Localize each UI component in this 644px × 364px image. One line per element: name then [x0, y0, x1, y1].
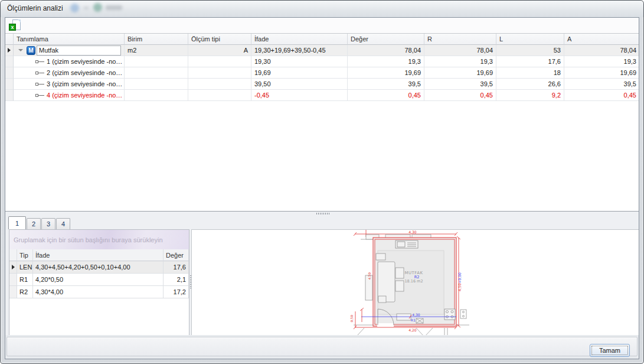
horizontal-splitter[interactable]	[5, 211, 639, 216]
col-header-a[interactable]: A	[564, 34, 639, 45]
cell-a[interactable]: 78,04	[564, 45, 639, 56]
table-row[interactable]: 1 (çizim seviyesinde -no… 19,30 19,3 19,…	[5, 56, 639, 67]
dim-top-label: 4,30	[408, 230, 417, 234]
cell-tanimlama[interactable]: 1 (çizim seviyesinde -no…	[14, 56, 125, 67]
cell-l[interactable]: 9,2	[496, 90, 564, 101]
cell-a[interactable]: 0,45	[564, 90, 639, 101]
background-artifact	[106, 5, 122, 10]
col-header-deger[interactable]: Değer	[348, 34, 424, 45]
col-header-deger[interactable]: Değer	[164, 249, 189, 261]
cell-a[interactable]: 19,3	[564, 56, 639, 67]
cell-deger[interactable]: 19,69	[348, 67, 424, 79]
cell-ifade[interactable]: 19,30+19,69+39,50-0,45	[251, 45, 348, 56]
row-indicator	[5, 56, 14, 67]
ok-button[interactable]: Tamam	[590, 344, 630, 357]
export-excel-button[interactable]: x	[9, 19, 23, 32]
cell-deger[interactable]: 0,45	[348, 90, 424, 101]
tab-2[interactable]: 2	[27, 218, 41, 229]
col-header-birim[interactable]: Birim	[125, 34, 188, 45]
detail-row[interactable]: R2 4,30*4,00 17,2	[9, 286, 189, 298]
cell-ifade[interactable]: 4,30+4,50+4,20+0,50+0,10+4,00	[33, 261, 164, 274]
col-header-ifade[interactable]: İfade	[33, 249, 164, 261]
cell-deger[interactable]: 17,6	[164, 261, 189, 274]
cell-tip[interactable]: R1	[17, 274, 33, 286]
cell-tip[interactable]: LEN	[17, 261, 33, 274]
titlebar[interactable]: Ölçümlerin analizi	[1, 1, 643, 17]
cell-tip[interactable]: R2	[17, 286, 33, 298]
row-label: 4 (çizim seviyesinde -no…	[47, 92, 122, 99]
cell-tanimlama[interactable]: 4 (çizim seviyesinde -no…	[14, 90, 125, 101]
cell-tanimlama[interactable]: 2 (çizim seviyesinde -no…	[14, 67, 125, 79]
cell-a[interactable]: 19,69	[564, 67, 639, 79]
background-artifact	[84, 7, 89, 9]
collapse-icon[interactable]	[18, 49, 23, 51]
background-artifact	[93, 3, 102, 12]
cell-deger[interactable]: 19,3	[348, 56, 424, 67]
cell-r[interactable]: 19,69	[424, 67, 496, 79]
cell-olcum-tipi[interactable]	[188, 67, 251, 79]
cell-deger[interactable]: 2,1	[164, 274, 189, 286]
cell-r[interactable]: 39,5	[424, 79, 496, 90]
table-row-parent[interactable]: M Mutfak m2 A 19,30+19,69+39,50-0,45 78,…	[5, 45, 639, 56]
col-header-l[interactable]: L	[496, 34, 564, 45]
cell-birim[interactable]	[125, 90, 188, 101]
cell-l[interactable]: 26,6	[496, 79, 564, 90]
detail-row[interactable]: LEN 4,30+4,50+4,20+0,50+0,10+4,00 17,6	[9, 261, 189, 274]
cell-tanimlama[interactable]: 3 (çizim seviyesinde -no…	[14, 79, 125, 90]
row-indicator	[5, 90, 14, 101]
detail-header-row: Tip İfade Değer	[9, 249, 189, 261]
cell-r[interactable]: 78,04	[424, 45, 496, 56]
cell-ifade[interactable]: 19,69	[251, 67, 348, 79]
cell-birim[interactable]	[125, 67, 188, 79]
tree-branch-icon	[38, 95, 44, 96]
toolbar: x	[5, 18, 639, 33]
name-edit-box[interactable]: Mutfak	[37, 46, 121, 56]
dim-blue-label: 4,30	[412, 313, 420, 317]
cell-olcum-tipi[interactable]	[188, 56, 251, 67]
table-row[interactable]: 2 (çizim seviyesinde -no… 19,69 19,69 19…	[5, 67, 639, 79]
tab-1[interactable]: 1	[8, 216, 26, 229]
cell-birim[interactable]	[125, 79, 188, 90]
cell-tanimlama[interactable]: M Mutfak	[14, 45, 125, 56]
cell-olcum-tipi[interactable]	[188, 90, 251, 101]
cell-ifade[interactable]: 19,30	[251, 56, 348, 67]
col-header-r[interactable]: R	[424, 34, 496, 45]
cell-olcum-tipi[interactable]	[188, 79, 251, 90]
right-fixture	[460, 310, 466, 318]
col-header-tanimlama[interactable]: Tanımlama	[14, 34, 125, 45]
cell-ifade[interactable]: -0,45	[251, 90, 348, 101]
cell-birim[interactable]	[125, 56, 188, 67]
cell-r[interactable]: 19,3	[424, 56, 496, 67]
col-header-ifade[interactable]: İfade	[251, 34, 348, 45]
group-by-bar[interactable]: Gruplamak için bir sütun başlığını buray…	[9, 230, 189, 249]
col-header-olcum-tipi[interactable]: Ölçüm tipi	[188, 34, 251, 45]
cell-ifade[interactable]: 39,50	[251, 79, 348, 90]
detail-region: 1 2 3 4 Gruplamak için bir sütun başlığı…	[5, 216, 639, 335]
cell-ifade[interactable]: 4,20*0,50	[33, 274, 164, 286]
table-row-negative[interactable]: 4 (çizim seviyesinde -no… -0,45 0,45 0,4…	[5, 90, 639, 101]
cell-ifade[interactable]: 4,30*4,00	[33, 286, 164, 298]
floor-plan-drawing: 4,30	[346, 229, 482, 336]
cell-l[interactable]: 17,6	[496, 56, 564, 67]
cell-l[interactable]: 53	[496, 45, 564, 56]
background-artifact	[70, 4, 79, 12]
col-header-tip[interactable]: Tip	[17, 249, 33, 261]
row-indicator-header	[9, 249, 17, 261]
detail-row[interactable]: R1 4,20*0,50 2,1	[9, 274, 189, 286]
cell-olcum-tipi[interactable]: A	[188, 45, 251, 56]
cell-deger[interactable]: 17,2	[164, 286, 189, 298]
tree-branch-icon	[38, 84, 44, 84]
table-row[interactable]: 3 (çizim seviyesinde -no… 39,50 39,5 39,…	[5, 79, 639, 90]
measurement-type-icon: M	[27, 46, 35, 55]
row-label: 1 (çizim seviyesinde -no…	[47, 58, 122, 65]
cell-birim[interactable]: m2	[125, 45, 188, 56]
dim-left-lines	[355, 308, 364, 327]
window-title: Ölçümlerin analizi	[7, 4, 63, 12]
cell-a[interactable]: 39,5	[564, 79, 639, 90]
cell-r[interactable]: 0,45	[424, 90, 496, 101]
cell-deger[interactable]: 39,5	[348, 79, 424, 90]
cell-deger[interactable]: 78,04	[348, 45, 424, 56]
tab-3[interactable]: 3	[41, 218, 55, 229]
tab-4[interactable]: 4	[56, 218, 70, 229]
cell-l[interactable]: 18	[496, 67, 564, 79]
